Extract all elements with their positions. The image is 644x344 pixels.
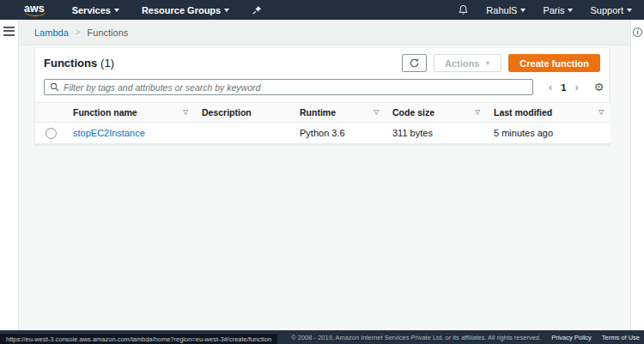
breadcrumb-current-page: Functions bbox=[88, 27, 129, 38]
settings-gear-icon[interactable]: ⚙ bbox=[594, 81, 605, 93]
functions-count: (1) bbox=[100, 57, 114, 69]
function-name-link[interactable]: stopEC2Instance bbox=[73, 128, 145, 138]
chevron-down-icon: ▼ bbox=[484, 60, 490, 66]
sort-icon[interactable]: ▽ bbox=[598, 108, 604, 116]
table-row: stopEC2Instance Python 3.6 311 bytes 5 m… bbox=[35, 123, 611, 144]
account-menu-label: RahulS bbox=[486, 5, 517, 15]
sort-icon[interactable]: ▽ bbox=[475, 108, 480, 116]
resource-groups-menu-label: Resource Groups bbox=[142, 5, 221, 15]
table-header-row: Function name ▽ Description Runtime ▽ Co… bbox=[35, 103, 611, 123]
region-menu-label: Paris bbox=[543, 5, 564, 15]
column-label: Code size bbox=[392, 107, 434, 118]
resource-groups-menu[interactable]: Resource Groups bbox=[142, 5, 229, 15]
breadcrumb-lambda-link[interactable]: Lambda bbox=[34, 27, 69, 38]
column-label: Function name bbox=[73, 107, 137, 118]
aws-logo[interactable]: aws bbox=[24, 3, 45, 17]
function-name-cell: stopEC2Instance bbox=[66, 123, 195, 144]
support-menu[interactable]: Support bbox=[590, 5, 632, 15]
info-icon[interactable]: i bbox=[633, 27, 642, 37]
right-help-panel-collapsed: i bbox=[630, 20, 644, 330]
column-label: Description bbox=[202, 107, 252, 118]
browser-status-url: https://eu-west-3.console.aws.amazon.com… bbox=[0, 333, 277, 344]
functions-table: Function name ▽ Description Runtime ▽ Co… bbox=[35, 102, 611, 144]
search-input[interactable] bbox=[64, 82, 527, 93]
actions-dropdown-button[interactable]: Actions ▼ bbox=[434, 54, 501, 72]
column-header-description: Description bbox=[195, 103, 293, 123]
panel-header: Functions (1) Actions ▼ Create function bbox=[35, 48, 609, 77]
chevron-down-icon bbox=[520, 9, 526, 12]
row-radio-button[interactable] bbox=[46, 128, 57, 139]
support-menu-label: Support bbox=[590, 5, 623, 15]
search-icon bbox=[50, 82, 59, 92]
content-area: Functions (1) Actions ▼ Create function bbox=[19, 45, 630, 330]
chevron-down-icon bbox=[114, 9, 119, 12]
functions-panel: Functions (1) Actions ▼ Create function bbox=[34, 47, 610, 145]
create-function-button[interactable]: Create function bbox=[508, 54, 600, 72]
sort-icon[interactable]: ▽ bbox=[374, 108, 379, 116]
privacy-policy-link[interactable]: Privacy Policy bbox=[551, 334, 592, 341]
refresh-button[interactable] bbox=[402, 54, 427, 72]
column-header-code-size[interactable]: Code size ▽ bbox=[386, 103, 487, 123]
last-modified-cell: 5 minutes ago bbox=[487, 123, 611, 144]
column-header-function-name[interactable]: Function name ▽ bbox=[66, 103, 195, 123]
description-cell bbox=[195, 123, 293, 144]
chevron-down-icon bbox=[627, 9, 632, 12]
selection-column-header bbox=[35, 103, 66, 123]
notifications-bell-icon[interactable] bbox=[458, 4, 469, 15]
column-label: Last modified bbox=[494, 107, 552, 118]
page-title: Functions bbox=[44, 57, 97, 69]
pin-icon[interactable] bbox=[252, 5, 262, 15]
left-sidebar-collapsed bbox=[0, 20, 19, 330]
column-header-last-modified[interactable]: Last modified ▽ bbox=[487, 103, 611, 123]
next-page-icon[interactable]: › bbox=[574, 81, 578, 93]
code-size-cell: 311 bytes bbox=[386, 123, 487, 144]
breadcrumb-separator-icon: > bbox=[76, 27, 81, 37]
services-menu-label: Services bbox=[72, 5, 111, 15]
runtime-cell: Python 3.6 bbox=[293, 123, 386, 144]
top-navigation-bar: aws Services Resource Groups RahulS bbox=[0, 0, 644, 20]
chevron-down-icon bbox=[568, 9, 573, 12]
region-menu[interactable]: Paris bbox=[543, 5, 573, 15]
hamburger-menu-icon[interactable] bbox=[3, 27, 15, 36]
services-menu[interactable]: Services bbox=[72, 5, 119, 15]
sort-icon[interactable]: ▽ bbox=[183, 108, 188, 116]
account-menu[interactable]: RahulS bbox=[486, 5, 526, 15]
column-header-runtime[interactable]: Runtime ▽ bbox=[293, 103, 386, 123]
copyright-text: © 2008 - 2019, Amazon Internet Services … bbox=[291, 334, 541, 341]
create-function-label: Create function bbox=[519, 58, 589, 69]
chevron-down-icon bbox=[224, 9, 229, 12]
actions-dropdown-label: Actions bbox=[445, 58, 479, 69]
row-select-cell bbox=[35, 123, 66, 144]
column-label: Runtime bbox=[300, 107, 336, 118]
previous-page-icon[interactable]: ‹ bbox=[549, 81, 552, 93]
terms-of-use-link[interactable]: Terms of Use bbox=[602, 334, 640, 341]
pagination: ‹ 1 › ⚙ bbox=[549, 81, 604, 93]
search-box bbox=[44, 79, 533, 95]
page-number: 1 bbox=[561, 82, 566, 93]
filter-row: ‹ 1 › ⚙ bbox=[35, 77, 609, 102]
breadcrumb: Lambda > Functions bbox=[19, 20, 630, 45]
